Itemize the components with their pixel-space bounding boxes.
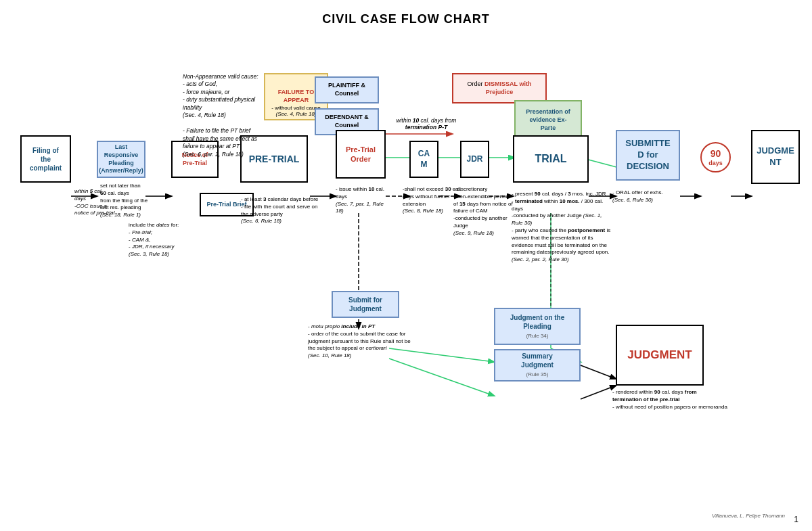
within-10-days-text: within 10 cal. days fromtermination P-T: [386, 117, 467, 131]
presentation-exparte-label: Presentation of evidence Ex- Parte: [526, 108, 570, 132]
failure-appear-label: FAILURE TO APPEAR: [278, 89, 314, 104]
svg-line-18: [581, 365, 616, 379]
non-appearance-text: Non-Appearance valid cause: - acts of Go…: [183, 73, 261, 158]
jdr-box: JDR: [460, 141, 489, 178]
summary-judgment-box: Summary Judgment (Rule 35): [494, 349, 581, 382]
jdr-15-days-text: - discretionary - non-extendible period …: [453, 186, 514, 237]
filing-label: Filing of the complaint: [30, 146, 62, 172]
oral-offer-text: - ORAL offer of exhs. (Sec. 6, Rule 30): [612, 189, 680, 204]
last-responsive-box: Last Responsive Pleading (Answer/Reply): [97, 141, 145, 178]
pretrial-order-box: Pre-Trial Order: [336, 130, 386, 179]
at-least-3-text: - at least 3 calendar days before - file…: [241, 196, 322, 225]
trial-notes-text: - present 90 cal. days / 3 mos. inc. JDR…: [512, 191, 612, 264]
judgment-bottom-box: JUDGMENT: [616, 325, 704, 386]
submit-judgment-label: Submit for Judgment: [348, 296, 382, 313]
page: CIVIL CASE FLOW CHART: [0, 0, 812, 531]
trial-box: TRIAL: [513, 135, 589, 183]
submit-judgment-notes: - motu propio include in PT - order of t…: [308, 323, 416, 360]
judgment-pleading-box: Judgment on the Pleading (Rule 34): [494, 308, 581, 345]
submit-judgment-box: Submit for Judgment: [332, 291, 399, 318]
presentation-exparte-box: Presentation of evidence Ex- Parte: [514, 100, 582, 141]
judgment-top-label: JUDGME NT: [757, 145, 794, 168]
judgment-pleading-label: Judgment on the Pleading (Rule 34): [510, 313, 565, 340]
judgment-bottom-label: JUDGMENT: [627, 348, 692, 363]
ninety-days-unit: days: [708, 160, 723, 168]
submitted-decision-label: SUBMITTE D for DECISION: [625, 138, 670, 172]
page-title: CIVIL CASE FLOW CHART: [0, 0, 812, 26]
jdr-label: JDR: [466, 154, 482, 165]
judgment-bottom-notes: - rendered within 90 cal. days from term…: [612, 389, 727, 411]
issue-10-days-text: - issue within 10 cal. days (Sec. 7, par…: [336, 186, 390, 215]
author-text: Villanueva, L. Felipe Thomann: [712, 513, 785, 519]
judgment-top-box: JUDGME NT: [751, 130, 800, 184]
plaintiff-label: PLAINTIFF &Counsel: [328, 82, 365, 97]
cam-label: CA M: [418, 149, 430, 170]
dismissal-box: Order DISMISSAL withPrejudice: [452, 73, 547, 103]
trial-label: TRIAL: [535, 152, 566, 166]
last-responsive-label: Last Responsive Pleading (Answer/Reply): [99, 143, 143, 175]
plaintiff-box: PLAINTIFF &Counsel: [315, 76, 379, 103]
pretrial-order-label: Pre-Trial Order: [346, 145, 376, 164]
filing-box: Filing of the complaint: [20, 135, 71, 183]
submitted-decision-box: SUBMITTE D for DECISION: [616, 130, 680, 181]
cam-box: CA M: [409, 141, 438, 178]
defendant-label: DEFENDANT &Counsel: [325, 114, 369, 129]
ninety-days-box: 90 days: [700, 142, 731, 172]
flowchart-svg: [0, 37, 812, 531]
ninety-days-label: 90: [710, 147, 721, 160]
svg-line-19: [581, 386, 616, 399]
svg-line-17: [389, 359, 494, 396]
sixty-days-text: set not later than 60 cal. days from the…: [100, 183, 169, 219]
dismissal-label: Order DISMISSAL withPrejudice: [468, 80, 532, 96]
include-dates-text: include the dates for: - Pre-trial; - CA…: [129, 222, 203, 258]
summary-judgment-label: Summary Judgment (Rule 35): [521, 352, 554, 378]
page-number: 1: [794, 515, 798, 524]
